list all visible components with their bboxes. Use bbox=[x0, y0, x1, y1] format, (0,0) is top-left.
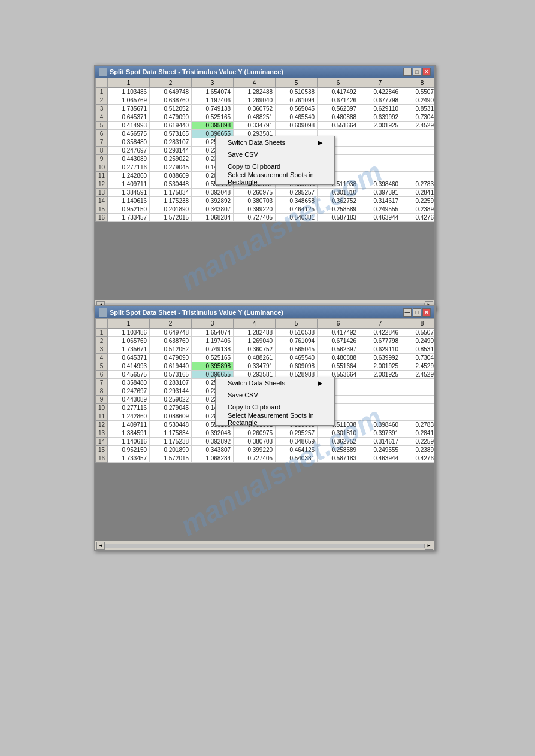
row-number: 15 bbox=[96, 446, 108, 454]
table-row: 141.1406161.1752380.3928920.3807030.3486… bbox=[96, 438, 435, 446]
cell: 0.551664 bbox=[318, 122, 359, 130]
table-row: 131.3845911.1758340.3920480.2609750.2952… bbox=[96, 189, 435, 197]
scroll-left-2[interactable]: ◄ bbox=[96, 542, 105, 550]
row-number: 1 bbox=[96, 88, 108, 96]
data-table-wrapper-2[interactable]: 1 2 3 4 5 6 7 8 11.1034860.6497481.65407… bbox=[95, 318, 434, 463]
titlebar-2: Split Spot Data Sheet - Tristimulus Valu… bbox=[95, 306, 434, 318]
close-btn-1[interactable]: ✕ bbox=[422, 68, 431, 76]
cell: 0.247697 bbox=[108, 147, 150, 155]
cell: 0.638760 bbox=[150, 337, 192, 345]
row-number: 10 bbox=[96, 163, 108, 172]
cell: 0.277116 bbox=[108, 163, 150, 172]
scrollbar-area-2: ◄ ► bbox=[95, 541, 434, 550]
cell: 0.398460 bbox=[359, 180, 401, 189]
col-header-2-6: 6 bbox=[318, 319, 359, 329]
maximize-btn-1[interactable]: □ bbox=[413, 68, 421, 76]
cell: 1.269040 bbox=[234, 337, 276, 345]
cell: 0.348658 bbox=[276, 197, 318, 205]
cell: 0.427651 bbox=[401, 214, 434, 222]
row-number: 4 bbox=[96, 113, 108, 122]
cell: 0.639992 bbox=[359, 354, 401, 362]
cell: 0.279045 bbox=[150, 163, 192, 172]
scroll-right-2[interactable]: ► bbox=[425, 542, 433, 550]
cell: 0.677798 bbox=[359, 337, 401, 345]
cell: 2.001925 bbox=[359, 362, 401, 371]
cell: 0.488261 bbox=[234, 354, 276, 362]
col-header-row-2 bbox=[96, 319, 108, 329]
context-menu-2: Switch Data Sheets ▶ Save CSV Copy to Cl… bbox=[215, 377, 335, 426]
cell: 0.225958 bbox=[401, 197, 434, 205]
row-number: 16 bbox=[96, 454, 108, 463]
table-row: 40.6453710.4790900.5251650.4882510.46554… bbox=[96, 113, 435, 122]
cell bbox=[401, 147, 434, 155]
cell: 0.392048 bbox=[192, 189, 234, 197]
ctx-select-spots-label-2: Select Measurement Spots in Rectangle bbox=[228, 412, 322, 426]
col-header-1-2: 2 bbox=[150, 78, 192, 88]
cell: 0.259022 bbox=[150, 396, 192, 404]
row-number: 11 bbox=[96, 172, 108, 180]
cell bbox=[359, 387, 401, 396]
row-number: 7 bbox=[96, 138, 108, 147]
ctx-switch-sheets-2[interactable]: Switch Data Sheets ▶ bbox=[216, 377, 334, 389]
cell: 0.422846 bbox=[359, 329, 401, 337]
ctx-copy-clipboard-1[interactable]: Copy to Clipboard bbox=[216, 160, 334, 172]
ctx-switch-sheets-1[interactable]: Switch Data Sheets ▶ bbox=[216, 136, 334, 148]
cell: 0.343807 bbox=[192, 446, 234, 454]
ctx-select-spots-1[interactable]: Select Measurement Spots in Rectangle bbox=[216, 172, 334, 184]
scrollbar-track-2[interactable] bbox=[105, 544, 425, 548]
row-number: 14 bbox=[96, 438, 108, 446]
cell: 1.409711 bbox=[108, 180, 150, 189]
cell: 1.384591 bbox=[108, 189, 150, 197]
ctx-copy-clipboard-2[interactable]: Copy to Clipboard bbox=[216, 401, 334, 413]
window-icon-2 bbox=[99, 308, 107, 317]
ctx-save-csv-label-1: Save CSV bbox=[228, 151, 258, 158]
ctx-save-csv-1[interactable]: Save CSV bbox=[216, 148, 334, 160]
data-table-wrapper-1[interactable]: 1 2 3 4 5 6 7 8 11.1034860.6497481.65407… bbox=[95, 78, 434, 222]
cell bbox=[359, 404, 401, 412]
minimize-btn-2[interactable]: — bbox=[403, 308, 412, 317]
window-title-2: Split Spot Data Sheet - Tristimulus Valu… bbox=[110, 309, 283, 316]
cell: 0.414993 bbox=[108, 362, 150, 371]
cell bbox=[401, 130, 434, 138]
cell: 0.479090 bbox=[150, 354, 192, 362]
cell: 0.587183 bbox=[318, 454, 359, 463]
row-number: 15 bbox=[96, 205, 108, 214]
maximize-btn-2[interactable]: □ bbox=[413, 308, 421, 317]
cell: 0.301810 bbox=[318, 189, 359, 197]
row-number: 3 bbox=[96, 345, 108, 354]
cell: 2.001925 bbox=[359, 122, 401, 130]
ctx-copy-clipboard-label-2: Copy to Clipboard bbox=[228, 403, 280, 411]
cell: 0.730499 bbox=[401, 113, 434, 122]
row-number: 13 bbox=[96, 429, 108, 438]
cell: 0.201890 bbox=[150, 446, 192, 454]
window-icon-1 bbox=[99, 68, 107, 76]
row-number: 6 bbox=[96, 371, 108, 379]
ctx-save-csv-2[interactable]: Save CSV bbox=[216, 389, 334, 401]
row-number: 9 bbox=[96, 155, 108, 163]
cell: 1.065769 bbox=[108, 337, 150, 345]
ctx-select-spots-2[interactable]: Select Measurement Spots in Rectangle bbox=[216, 413, 334, 425]
cell: 0.348659 bbox=[276, 438, 318, 446]
cell: 1.282488 bbox=[234, 329, 276, 337]
cell: 0.283107 bbox=[150, 138, 192, 147]
table-row: 161.7334571.5720151.0682840.7274050.5403… bbox=[96, 214, 435, 222]
cell: 0.380703 bbox=[234, 197, 276, 205]
cell: 0.295257 bbox=[276, 189, 318, 197]
window-title-1: Split Spot Data Sheet - Tristimulus Valu… bbox=[110, 68, 283, 75]
cell: 0.649748 bbox=[150, 88, 192, 96]
cell: 0.392892 bbox=[192, 197, 234, 205]
cell: 1.242860 bbox=[108, 172, 150, 180]
minimize-btn-1[interactable]: — bbox=[403, 68, 412, 76]
table-row: 161.7334571.5720151.0682840.7274050.5403… bbox=[96, 454, 435, 463]
close-btn-2[interactable]: ✕ bbox=[422, 308, 431, 317]
ctx-switch-sheets-label-1: Switch Data Sheets bbox=[228, 139, 285, 146]
titlebar-1: Split Spot Data Sheet - Tristimulus Valu… bbox=[95, 66, 434, 78]
row-number: 3 bbox=[96, 105, 108, 113]
col-header-row-1 bbox=[96, 78, 108, 88]
cell: 1.068284 bbox=[192, 454, 234, 463]
cell: 0.525165 bbox=[192, 113, 234, 122]
cell: 1.654074 bbox=[192, 88, 234, 96]
row-number: 8 bbox=[96, 387, 108, 396]
ctx-switch-sheets-label-2: Switch Data Sheets bbox=[228, 379, 285, 387]
cell: 1.197406 bbox=[192, 337, 234, 345]
